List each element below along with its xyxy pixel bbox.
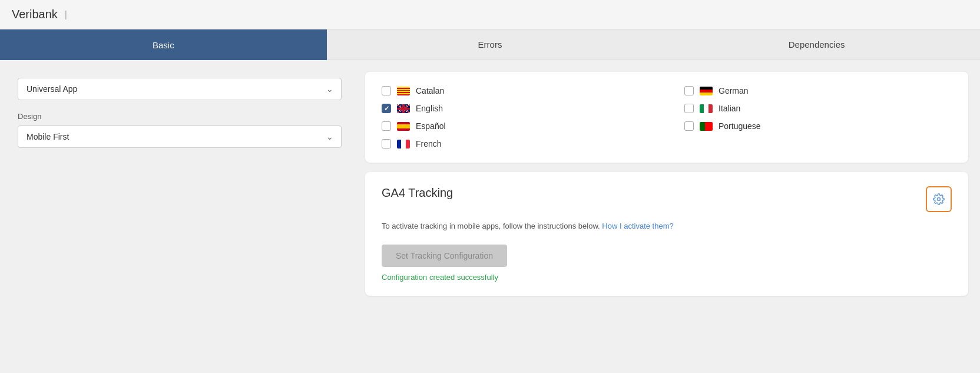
main-content: Universal App Mobile App Web App ⌄ Desig… <box>0 60 980 372</box>
tabs-bar: Basic Errors Dependencies <box>0 29 980 60</box>
italian-label: Italian <box>719 104 740 113</box>
app-type-wrapper: Universal App Mobile App Web App ⌄ <box>18 78 342 100</box>
catalan-flag-icon <box>397 87 410 95</box>
portuguese-label: Portuguese <box>719 121 761 131</box>
right-panel: Catalan English Español <box>359 60 980 372</box>
catalan-checkbox[interactable] <box>382 86 391 95</box>
language-italian: Italian <box>684 104 952 113</box>
english-checkbox[interactable] <box>382 104 391 113</box>
header: Veribank | <box>0 0 980 29</box>
english-label: English <box>416 104 443 113</box>
italian-checkbox[interactable] <box>684 104 694 113</box>
language-french: French <box>382 139 649 148</box>
ga4-settings-button[interactable] <box>926 186 952 212</box>
left-panel: Universal App Mobile App Web App ⌄ Desig… <box>0 60 359 372</box>
ga4-success-message: Configuration created successfully <box>382 273 952 282</box>
french-checkbox[interactable] <box>382 139 391 148</box>
french-flag-icon <box>397 140 410 148</box>
app-title: Veribank <box>12 8 58 21</box>
espanol-checkbox[interactable] <box>382 121 391 131</box>
catalan-label: Catalan <box>416 86 444 95</box>
tab-basic[interactable]: Basic <box>0 29 327 60</box>
language-espanol: Español <box>382 121 649 131</box>
espanol-label: Español <box>416 121 446 131</box>
german-label: German <box>719 86 749 95</box>
languages-left-col: Catalan English Español <box>382 86 649 148</box>
espanol-flag-icon <box>397 122 410 131</box>
english-flag-icon <box>397 104 410 113</box>
ga4-description: To activate tracking in mobile apps, fol… <box>382 222 952 230</box>
design-select[interactable]: Mobile First Desktop First Responsive <box>18 126 342 148</box>
design-label: Design <box>18 112 342 121</box>
design-wrapper: Mobile First Desktop First Responsive ⌄ <box>18 126 342 148</box>
languages-right-col: German Italian Portuguese <box>684 86 952 148</box>
gear-icon <box>933 193 945 205</box>
ga4-activate-link[interactable]: How I activate them? <box>602 222 673 230</box>
set-tracking-button[interactable]: Set Tracking Configuration <box>382 245 507 267</box>
portuguese-checkbox[interactable] <box>684 121 694 131</box>
languages-card: Catalan English Español <box>365 72 968 163</box>
svg-point-0 <box>938 198 941 201</box>
language-german: German <box>684 86 952 95</box>
french-label: French <box>416 139 442 148</box>
language-english: English <box>382 104 649 113</box>
italian-flag-icon <box>700 104 713 113</box>
german-checkbox[interactable] <box>684 86 694 95</box>
tab-dependencies[interactable]: Dependencies <box>653 29 980 60</box>
ga4-title: GA4 Tracking <box>382 186 453 200</box>
language-catalan: Catalan <box>382 86 649 95</box>
portuguese-flag-icon <box>700 122 713 131</box>
ga4-card-header: GA4 Tracking <box>382 186 952 212</box>
app-type-select[interactable]: Universal App Mobile App Web App <box>18 78 342 100</box>
german-flag-icon <box>700 87 713 95</box>
tab-errors[interactable]: Errors <box>327 29 654 60</box>
ga4-tracking-card: GA4 Tracking To activate tracking in mob… <box>365 172 968 296</box>
language-portuguese: Portuguese <box>684 121 952 131</box>
languages-grid: Catalan English Español <box>382 86 952 148</box>
header-divider: | <box>65 9 67 20</box>
ga4-button-wrapper: Set Tracking Configuration Configuration… <box>382 245 952 282</box>
